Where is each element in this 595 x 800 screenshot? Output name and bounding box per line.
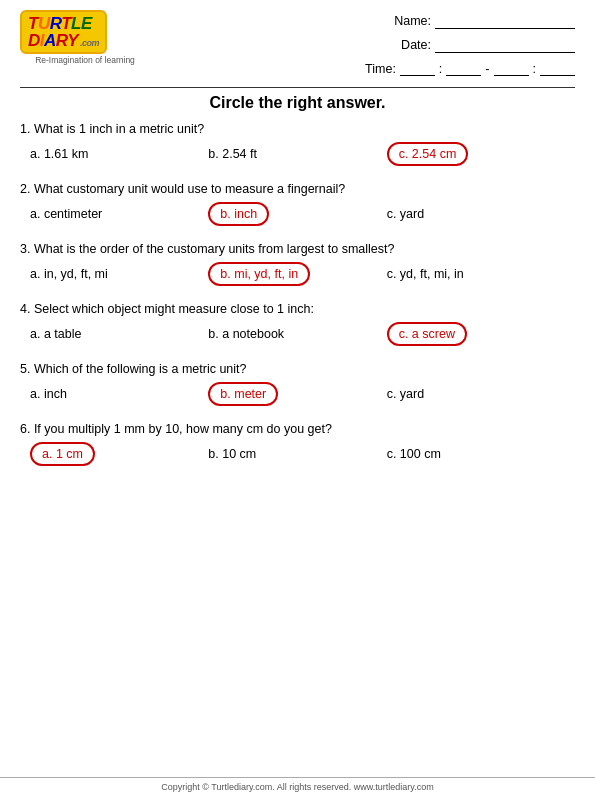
question-4-option-3: c. a screw (387, 322, 565, 346)
question-4-text: 4. Select which object might measure clo… (20, 302, 575, 316)
time-ms (540, 62, 575, 76)
question-6-option-2: b. 10 cm (208, 447, 386, 461)
question-6: 6. If you multiply 1 mm by 10, how many … (20, 422, 575, 466)
question-2-options: a. centimeterb. inchc. yard (20, 202, 575, 226)
question-1-option-3: c. 2.54 cm (387, 142, 565, 166)
logo-area: TURTLE DIARY.com Re-Imagination of learn… (20, 10, 150, 65)
name-row: Name: (365, 10, 575, 34)
header-divider (20, 87, 575, 88)
time-label: Time: (365, 58, 396, 82)
logo-tagline: Re-Imagination of learning (20, 55, 150, 65)
footer: Copyright © Turtlediary.com. All rights … (0, 777, 595, 792)
name-label: Name: (394, 10, 431, 34)
question-3-option-3: c. yd, ft, mi, in (387, 267, 565, 281)
header: TURTLE DIARY.com Re-Imagination of learn… (20, 10, 575, 81)
form-fields: Name: Date: Time: : - : (365, 10, 575, 81)
question-5-option-3: c. yard (387, 387, 565, 401)
question-3-options: a. in, yd, ft, mib. mi, yd, ft, inc. yd,… (20, 262, 575, 286)
question-2-option-1: a. centimeter (30, 207, 208, 221)
question-6-text: 6. If you multiply 1 mm by 10, how many … (20, 422, 575, 436)
questions-container: 1. What is 1 inch in a metric unit?a. 1.… (20, 122, 575, 482)
question-2: 2. What customary unit would use to meas… (20, 182, 575, 226)
question-3-option-1: a. in, yd, ft, mi (30, 267, 208, 281)
date-row: Date: (365, 34, 575, 58)
time-sec (494, 62, 529, 76)
question-1-options: a. 1.61 kmb. 2.54 ftc. 2.54 cm (20, 142, 575, 166)
time-hour (400, 62, 435, 76)
question-1: 1. What is 1 inch in a metric unit?a. 1.… (20, 122, 575, 166)
question-5-options: a. inchb. meterc. yard (20, 382, 575, 406)
date-label: Date: (401, 34, 431, 58)
question-3-text: 3. What is the order of the customary un… (20, 242, 575, 256)
logo-box: TURTLE DIARY.com (20, 10, 107, 54)
question-5-text: 5. Which of the following is a metric un… (20, 362, 575, 376)
question-4-option-1: a. a table (30, 327, 208, 341)
time-min (446, 62, 481, 76)
question-1-option-2: b. 2.54 ft (208, 147, 386, 161)
question-1-option-1: a. 1.61 km (30, 147, 208, 161)
question-2-text: 2. What customary unit would use to meas… (20, 182, 575, 196)
question-2-option-3: c. yard (387, 207, 565, 221)
question-5-option-2: b. meter (208, 382, 386, 406)
question-6-option-3: c. 100 cm (387, 447, 565, 461)
question-3-option-2: b. mi, yd, ft, in (208, 262, 386, 286)
question-6-options: a. 1 cmb. 10 cmc. 100 cm (20, 442, 575, 466)
question-4: 4. Select which object might measure clo… (20, 302, 575, 346)
date-line (435, 39, 575, 53)
question-3: 3. What is the order of the customary un… (20, 242, 575, 286)
page-title: Circle the right answer. (20, 94, 575, 112)
question-5: 5. Which of the following is a metric un… (20, 362, 575, 406)
question-5-option-1: a. inch (30, 387, 208, 401)
name-line (435, 15, 575, 29)
question-1-text: 1. What is 1 inch in a metric unit? (20, 122, 575, 136)
logo-text: TURTLE DIARY.com (28, 15, 99, 49)
question-4-option-2: b. a notebook (208, 327, 386, 341)
question-2-option-2: b. inch (208, 202, 386, 226)
question-4-options: a. a tableb. a notebookc. a screw (20, 322, 575, 346)
question-6-option-1: a. 1 cm (30, 442, 208, 466)
worksheet-page: TURTLE DIARY.com Re-Imagination of learn… (0, 0, 595, 800)
time-row: Time: : - : (365, 58, 575, 82)
